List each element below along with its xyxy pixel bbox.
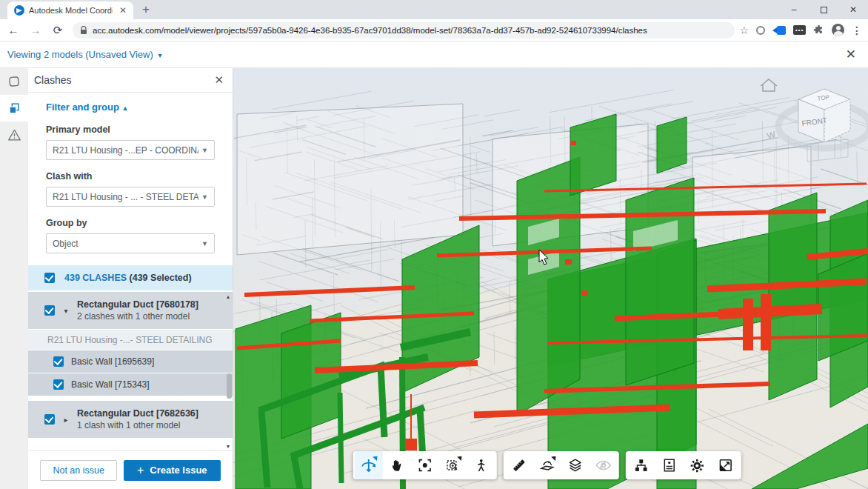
maximize-icon <box>821 7 827 13</box>
gear-icon <box>689 457 706 474</box>
extension-circle-icon[interactable] <box>756 26 765 35</box>
fit-to-view-button[interactable] <box>410 451 438 479</box>
clash-count: 439 CLASHES <box>64 273 127 283</box>
list-scrollbar[interactable]: ▲ ▼ <box>224 293 232 450</box>
clash-with-label: Clash with <box>46 171 215 182</box>
chevron-down-icon[interactable]: ▾ <box>61 307 71 315</box>
clash-child-row[interactable]: Basic Wall [1695639] <box>28 350 233 373</box>
group-title: Rectangular Duct [7682636] <box>77 408 198 419</box>
scroll-down-icon[interactable]: ▼ <box>226 443 231 450</box>
properties-icon <box>661 457 677 473</box>
panel-close-button[interactable]: ✕ <box>214 73 224 87</box>
levels-button[interactable] <box>561 451 589 479</box>
clash-3d-scene: TOP FRONT W <box>233 68 868 489</box>
group-title: Rectangular Duct [7680178] <box>77 299 198 310</box>
chevron-down-icon: ▼ <box>201 193 208 201</box>
settings-tool-group <box>625 451 741 479</box>
bookmark-star-icon[interactable]: ☆ <box>739 24 749 36</box>
new-tab-button[interactable]: + <box>142 2 150 19</box>
clashes-panel: Clashes ✕ Filter and group ▲ Primary mod… <box>28 68 233 489</box>
window-maximize-button[interactable] <box>809 0 838 19</box>
child-label: Basic Wall [715343] <box>71 379 150 390</box>
clash-with-select[interactable]: R21 LTU Housing - ... - STEEL DETAILING … <box>46 187 215 207</box>
group-checkbox[interactable] <box>44 305 55 316</box>
browser-toolbar: ← → ⟳ acc.autodesk.com/model/viewer/proj… <box>0 19 868 41</box>
viewing-models-label: Viewing 2 models (Unsaved View) <box>7 49 153 60</box>
analysis-tool-group <box>503 451 618 479</box>
group-checkbox[interactable] <box>44 414 55 425</box>
fullscreen-button[interactable] <box>711 451 739 479</box>
chevron-down-icon: ▼ <box>201 147 208 154</box>
viewing-models-dropdown[interactable]: Viewing 2 models (Unsaved View) ▾ <box>7 49 161 60</box>
reload-button[interactable]: ⟳ <box>50 24 65 37</box>
browser-window: Autodesk Model Coordination ✕ + – ✕ ← → … <box>0 0 868 489</box>
zoom-window-icon <box>444 457 461 473</box>
sidebar-item-issues[interactable] <box>0 122 28 148</box>
clash-group-row[interactable]: ▸ Rectangular Duct [7682636] 1 clash wit… <box>28 401 233 438</box>
group-subtitle: 1 clash with 1 other model <box>77 420 198 430</box>
sidebar-item-models[interactable] <box>0 68 28 95</box>
fullscreen-icon <box>717 457 733 473</box>
browser-tab[interactable]: Autodesk Model Coordination ✕ <box>7 1 133 19</box>
forward-button[interactable]: → <box>28 24 43 36</box>
left-icon-rail <box>0 68 28 489</box>
clashes-icon <box>7 102 21 115</box>
clash-summary-row[interactable]: 439 CLASHES (439 Selected) <box>28 265 233 290</box>
viewer-close-button[interactable]: ✕ <box>846 47 856 62</box>
child-label: Basic Wall [1695639] <box>71 356 154 367</box>
autodesk-favicon-icon <box>14 5 24 16</box>
browser-menu-icon[interactable]: ⋮ <box>852 24 862 36</box>
lock-icon <box>80 26 87 35</box>
fit-to-view-icon <box>416 457 433 473</box>
group-by-select[interactable]: Object ▼ <box>46 233 215 253</box>
window-minimize-button[interactable]: – <box>779 0 809 19</box>
group-model-header: R21 LTU Housing -...- STEEL DETAILING <box>28 330 233 350</box>
address-bar[interactable]: acc.autodesk.com/model/viewer/projects/5… <box>73 22 735 39</box>
filter-and-group-toggle[interactable]: Filter and group ▲ <box>46 102 129 113</box>
scroll-up-icon[interactable]: ▲ <box>226 293 231 301</box>
model-browser-button[interactable] <box>627 451 655 479</box>
pan-button[interactable] <box>382 451 410 479</box>
primary-model-select[interactable]: R21 LTU Housing -...EP - COORDINATION ▼ <box>46 140 215 160</box>
clash-child-row[interactable]: Basic Wall [715343] <box>28 373 233 396</box>
levels-icon <box>567 457 583 473</box>
clash-with-value: R21 LTU Housing - ... - STEEL DETAILING <box>53 192 198 202</box>
child-checkbox[interactable] <box>53 356 64 367</box>
properties-button[interactable] <box>655 451 683 479</box>
sidebar-item-clashes[interactable] <box>0 95 28 122</box>
orbit-button[interactable] <box>354 451 382 479</box>
zoom-window-button[interactable] <box>438 451 467 479</box>
ghost-objects-button[interactable] <box>589 451 617 479</box>
plus-icon: + <box>137 464 144 477</box>
create-issue-label: Create Issue <box>150 465 207 476</box>
section-icon <box>538 457 555 473</box>
dots-extension-icon[interactable]: ••• <box>793 25 806 35</box>
tab-title: Autodesk Model Coordination <box>29 6 113 15</box>
model-viewport[interactable]: TOP FRONT W <box>233 68 868 489</box>
sheet-icon <box>7 75 21 88</box>
measure-icon <box>510 457 527 473</box>
not-an-issue-button[interactable]: Not an issue <box>40 460 116 481</box>
tab-close-icon[interactable]: ✕ <box>117 5 129 16</box>
section-button[interactable] <box>533 451 561 479</box>
child-checkbox[interactable] <box>53 379 64 390</box>
create-issue-button[interactable]: + Create Issue <box>124 460 221 481</box>
chevron-right-icon[interactable]: ▸ <box>61 416 71 424</box>
measure-button[interactable] <box>504 451 533 479</box>
url-text: acc.autodesk.com/model/viewer/projects/5… <box>93 26 647 35</box>
chevron-up-icon: ▲ <box>122 104 129 112</box>
ghost-eye-icon <box>594 456 612 474</box>
back-button[interactable]: ← <box>6 24 21 36</box>
puzzle-extensions-icon[interactable] <box>813 24 824 36</box>
primary-model-value: R21 LTU Housing -...EP - COORDINATION <box>53 145 198 156</box>
select-all-checkbox[interactable] <box>44 273 55 283</box>
first-person-icon <box>473 457 488 473</box>
first-person-button[interactable] <box>467 451 495 479</box>
scrollbar-thumb[interactable] <box>227 373 232 399</box>
screen-recorder-extension-icon[interactable] <box>772 26 786 35</box>
settings-button[interactable] <box>683 451 711 479</box>
clash-group-row[interactable]: ▾ Rectangular Duct [7680178] 2 clashes w… <box>28 292 233 329</box>
window-close-button[interactable]: ✕ <box>838 0 868 19</box>
clash-list: 439 CLASHES (439 Selected) ▾ Rectangular… <box>28 265 233 450</box>
profile-avatar[interactable] <box>832 24 844 36</box>
